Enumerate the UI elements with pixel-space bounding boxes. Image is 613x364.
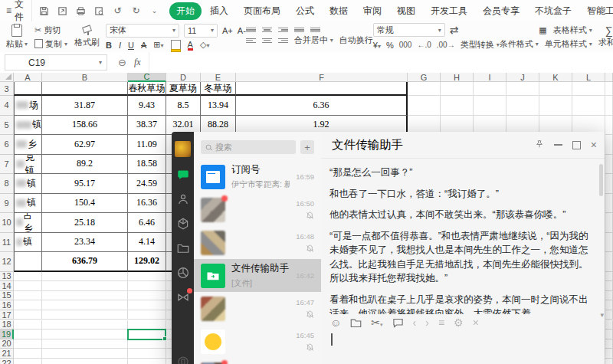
tab-视图[interactable]: 视图: [390, 2, 422, 20]
cell-A17[interactable]: [14, 310, 42, 320]
cell-22[interactable]: [605, 359, 613, 364]
tab-开发工具[interactable]: 开发工具: [424, 2, 474, 20]
cell-12[interactable]: [605, 252, 613, 272]
row-header-9[interactable]: 9: [0, 194, 14, 214]
cell-A21[interactable]: [14, 349, 42, 359]
cell-C7[interactable]: 18.58: [128, 155, 166, 175]
cell-C13[interactable]: [128, 272, 166, 282]
name-box[interactable]: C19▾: [5, 54, 107, 71]
zoom-formula-icon[interactable]: ⊖: [118, 57, 126, 68]
merge-center-button[interactable]: 合并居中▾: [294, 34, 333, 46]
thousands-button[interactable]: 000: [399, 41, 412, 49]
chat-list-item-redacted-1[interactable]: 16:50: [194, 193, 321, 226]
cell-C5[interactable]: 38.37: [128, 116, 166, 136]
align-top-icon[interactable]: [246, 28, 256, 33]
cell-B10[interactable]: 25.18: [42, 213, 128, 233]
row-header-18[interactable]: 18: [0, 320, 14, 330]
cell-A4[interactable]: 场: [14, 96, 42, 116]
row-header-6[interactable]: 6: [0, 135, 14, 155]
cell-11[interactable]: [605, 233, 613, 253]
row-header-14[interactable]: 14: [0, 281, 14, 291]
borders-button[interactable]: ⊞▾: [153, 40, 163, 50]
currency-button[interactable]: ¥▾: [373, 41, 381, 50]
cell-G3[interactable]: [408, 82, 441, 96]
conditional-format-button[interactable]: 条件格式▾: [500, 38, 539, 50]
row-header-11[interactable]: 11: [0, 233, 14, 253]
scrollbar-thumb[interactable]: [599, 164, 603, 196]
bold-button[interactable]: B: [106, 41, 112, 50]
cell-C10[interactable]: 6.46: [128, 213, 166, 233]
row-header-20[interactable]: 20: [0, 339, 14, 349]
paste-button[interactable]: 粘贴▾: [4, 25, 30, 50]
row-header-22[interactable]: 22: [0, 359, 14, 364]
column-header-I[interactable]: I: [474, 73, 506, 82]
cell-B15[interactable]: [42, 291, 128, 301]
cell-A11[interactable]: 镇: [14, 233, 42, 253]
selected-cell-C19[interactable]: [127, 329, 166, 340]
italic-button[interactable]: I: [119, 41, 121, 50]
increase-font-button[interactable]: A+: [222, 26, 233, 35]
chat-list-item-文件传输助手[interactable]: 文件传输助手[文件]16:42: [194, 259, 321, 292]
cell-E4[interactable]: 13.94: [201, 96, 236, 116]
cell-C16[interactable]: [128, 300, 166, 310]
cell-J3[interactable]: [506, 82, 539, 96]
pin-window-icon[interactable]: [535, 139, 544, 151]
chat-tab-icon[interactable]: [176, 168, 190, 182]
chat-list-item-订阅号[interactable]: 订阅号伊宁市零距离: 新疆19个…16:59: [194, 160, 321, 193]
cell-K3[interactable]: [539, 82, 572, 96]
cell-C14[interactable]: [128, 281, 166, 291]
cell-A13[interactable]: [14, 272, 42, 282]
cell-B20[interactable]: [42, 339, 128, 349]
cell-A9[interactable]: 镇: [14, 194, 42, 214]
tab-数据[interactable]: 数据: [323, 2, 355, 20]
cell-B18[interactable]: [42, 320, 128, 330]
tab-插入[interactable]: 插入: [203, 2, 235, 20]
column-header-F[interactable]: F: [236, 73, 408, 82]
cell-I3[interactable]: [474, 82, 506, 96]
cell-19[interactable]: [605, 330, 613, 339]
chat-files-tab-icon[interactable]: [176, 241, 190, 255]
cell-L4[interactable]: [572, 96, 605, 116]
row-header-4[interactable]: 4: [0, 96, 14, 116]
cell-10[interactable]: [605, 213, 613, 233]
user-avatar[interactable]: [175, 141, 191, 157]
row-header-17[interactable]: 17: [0, 310, 14, 320]
decrease-font-button[interactable]: A-: [238, 26, 246, 35]
collections-tab-icon[interactable]: [176, 217, 190, 231]
cell-C22[interactable]: [128, 359, 166, 364]
cell-B4[interactable]: 31.87: [42, 96, 128, 116]
cut-button[interactable]: ✂剪切: [34, 25, 67, 36]
cell-A7[interactable]: 克镇: [14, 155, 42, 175]
row-header-19[interactable]: 19: [0, 330, 14, 339]
column-header-L[interactable]: L: [572, 73, 605, 82]
column-header-J[interactable]: J: [506, 73, 539, 82]
cell-D4[interactable]: 8.5: [166, 96, 201, 116]
file-menu-button[interactable]: ≡ 文件: [0, 0, 32, 21]
chat-list-item-redacted-4[interactable]: 16:47: [194, 292, 321, 325]
cell-B16[interactable]: [42, 300, 128, 310]
tab-会员专享[interactable]: 会员专享: [476, 2, 526, 20]
chat-list-item-redacted-6[interactable]: 16:33: [194, 358, 321, 364]
cell-B17[interactable]: [42, 310, 128, 320]
cell-C21[interactable]: [128, 349, 166, 359]
contacts-tab-icon[interactable]: [176, 192, 190, 206]
cell-F4[interactable]: 6.36: [236, 96, 408, 116]
cell-A20[interactable]: [14, 339, 42, 349]
cell-C17[interactable]: [128, 310, 166, 320]
cell-B22[interactable]: [42, 359, 128, 364]
tab-页面布局[interactable]: 页面布局: [237, 2, 287, 20]
align-center-icon[interactable]: [262, 38, 272, 44]
cell-7[interactable]: [605, 155, 613, 175]
close-icon[interactable]: ×: [591, 141, 597, 149]
wechat-search-input[interactable]: 搜索: [201, 140, 296, 154]
select-all-corner[interactable]: [0, 73, 14, 82]
tab-智能工具箱[interactable]: 智能工具箱: [580, 2, 613, 20]
cell-C12[interactable]: 129.02: [128, 252, 166, 272]
tab-开始[interactable]: 开始: [169, 2, 202, 20]
row-header-21[interactable]: 21: [0, 349, 14, 359]
cell-H4[interactable]: [441, 96, 474, 116]
chat-history-icon[interactable]: [392, 318, 404, 328]
underline-button[interactable]: U: [128, 41, 134, 50]
increase-decimal-button[interactable]: .00→: [437, 41, 455, 49]
save-icon[interactable]: [38, 5, 50, 17]
